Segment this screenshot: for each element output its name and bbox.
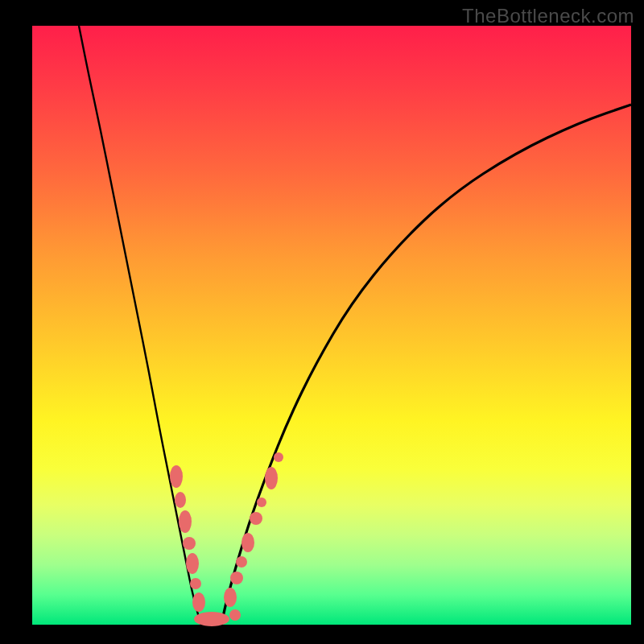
cusp-dots-group: [170, 452, 283, 626]
marker-dot: [183, 537, 196, 550]
chart-frame: TheBottleneck.com: [0, 0, 644, 644]
marker-pill: [186, 553, 199, 574]
marker-pill: [170, 465, 183, 488]
marker-dot: [190, 578, 201, 589]
watermark-text: TheBottleneck.com: [462, 5, 634, 27]
right-curve: [221, 105, 631, 625]
left-curve: [79, 26, 201, 625]
marker-dot: [230, 572, 243, 584]
marker-pill: [179, 510, 192, 533]
left-curve-path: [79, 26, 201, 625]
marker-dot: [250, 512, 262, 525]
marker-pill: [224, 588, 237, 607]
marker-dot: [257, 497, 266, 507]
marker-pill: [194, 612, 229, 626]
marker-pill: [192, 592, 205, 612]
marker-dot: [274, 452, 283, 462]
plot-area: [32, 26, 631, 625]
marker-dot: [236, 556, 247, 568]
right-curve-path: [221, 105, 631, 625]
curves-svg: [32, 26, 631, 625]
marker-pill: [265, 467, 278, 489]
marker-pill: [242, 533, 254, 552]
marker-pill: [175, 492, 186, 508]
marker-dot: [229, 609, 241, 621]
